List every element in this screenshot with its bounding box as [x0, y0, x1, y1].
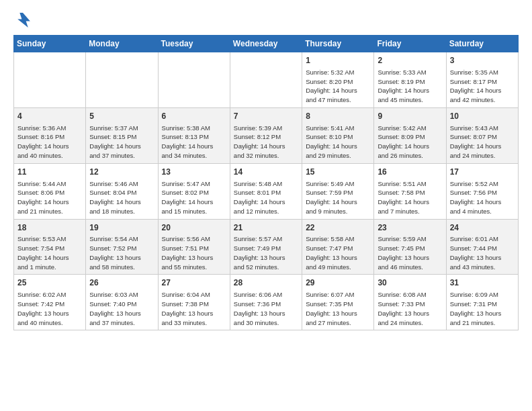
- calendar-cell: 3Sunrise: 5:35 AM Sunset: 8:17 PM Daylig…: [446, 52, 518, 108]
- calendar-cell: 21Sunrise: 5:57 AM Sunset: 7:49 PM Dayli…: [230, 219, 302, 275]
- calendar-cell: 28Sunrise: 6:06 AM Sunset: 7:36 PM Dayli…: [230, 275, 302, 330]
- calendar-cell: 23Sunrise: 5:59 AM Sunset: 7:45 PM Dayli…: [374, 219, 446, 275]
- day-info: Sunrise: 5:58 AM Sunset: 7:47 PM Dayligh…: [306, 234, 370, 271]
- day-number: 23: [378, 222, 442, 234]
- day-number: 11: [17, 167, 82, 178]
- day-number: 4: [17, 111, 82, 122]
- day-info: Sunrise: 5:52 AM Sunset: 7:56 PM Dayligh…: [450, 179, 515, 216]
- day-info: Sunrise: 5:57 AM Sunset: 7:49 PM Dayligh…: [234, 234, 298, 271]
- day-number: 9: [378, 111, 442, 122]
- day-info: Sunrise: 5:43 AM Sunset: 8:07 PM Dayligh…: [450, 124, 515, 161]
- calendar-cell: 11Sunrise: 5:44 AM Sunset: 8:06 PM Dayli…: [14, 163, 86, 219]
- calendar-cell: 4Sunrise: 5:36 AM Sunset: 8:16 PM Daylig…: [14, 107, 86, 163]
- day-info: Sunrise: 5:44 AM Sunset: 8:06 PM Dayligh…: [17, 179, 82, 216]
- day-number: 27: [162, 277, 226, 289]
- calendar-cell: 2Sunrise: 5:33 AM Sunset: 8:19 PM Daylig…: [374, 52, 446, 108]
- day-number: 6: [162, 111, 226, 122]
- day-info: Sunrise: 5:48 AM Sunset: 8:01 PM Dayligh…: [234, 179, 298, 216]
- week-row-2: 4Sunrise: 5:36 AM Sunset: 8:16 PM Daylig…: [14, 107, 519, 163]
- day-info: Sunrise: 6:04 AM Sunset: 7:38 PM Dayligh…: [162, 290, 226, 327]
- calendar-cell: 5Sunrise: 5:37 AM Sunset: 8:15 PM Daylig…: [86, 107, 158, 163]
- day-info: Sunrise: 6:09 AM Sunset: 7:31 PM Dayligh…: [450, 290, 515, 327]
- day-number: 7: [234, 111, 298, 122]
- day-number: 18: [17, 222, 82, 234]
- day-info: Sunrise: 5:35 AM Sunset: 8:17 PM Dayligh…: [450, 68, 515, 105]
- day-info: Sunrise: 5:39 AM Sunset: 8:12 PM Dayligh…: [234, 124, 298, 161]
- page: SundayMondayTuesdayWednesdayThursdayFrid…: [0, 0, 532, 341]
- weekday-header-sunday: Sunday: [14, 36, 86, 52]
- calendar-cell: [14, 52, 86, 108]
- day-info: Sunrise: 5:38 AM Sunset: 8:13 PM Dayligh…: [162, 124, 226, 161]
- calendar-cell: 24Sunrise: 6:01 AM Sunset: 7:44 PM Dayli…: [446, 219, 518, 275]
- day-info: Sunrise: 5:54 AM Sunset: 7:52 PM Dayligh…: [89, 234, 154, 271]
- day-info: Sunrise: 5:47 AM Sunset: 8:02 PM Dayligh…: [162, 179, 226, 216]
- calendar-cell: 30Sunrise: 6:08 AM Sunset: 7:33 PM Dayli…: [374, 275, 446, 330]
- day-info: Sunrise: 5:49 AM Sunset: 7:59 PM Dayligh…: [306, 179, 370, 216]
- day-number: 1: [306, 55, 370, 66]
- day-number: 19: [89, 222, 154, 234]
- day-number: 31: [450, 277, 515, 289]
- weekday-header-friday: Friday: [374, 36, 446, 52]
- calendar-cell: 13Sunrise: 5:47 AM Sunset: 8:02 PM Dayli…: [158, 163, 230, 219]
- day-number: 8: [306, 111, 370, 122]
- weekday-header-wednesday: Wednesday: [230, 36, 302, 52]
- day-number: 20: [162, 222, 226, 234]
- weekday-header-monday: Monday: [86, 36, 158, 52]
- logo-icon: [13, 11, 32, 30]
- calendar-cell: 9Sunrise: 5:42 AM Sunset: 8:09 PM Daylig…: [374, 107, 446, 163]
- calendar-cell: 15Sunrise: 5:49 AM Sunset: 7:59 PM Dayli…: [302, 163, 374, 219]
- day-info: Sunrise: 6:02 AM Sunset: 7:42 PM Dayligh…: [17, 290, 82, 327]
- weekday-header-saturday: Saturday: [446, 36, 518, 52]
- weekday-header-row: SundayMondayTuesdayWednesdayThursdayFrid…: [14, 36, 519, 52]
- calendar-cell: [86, 52, 158, 108]
- day-number: 10: [450, 111, 515, 122]
- calendar-cell: 26Sunrise: 6:03 AM Sunset: 7:40 PM Dayli…: [86, 275, 158, 330]
- day-info: Sunrise: 5:33 AM Sunset: 8:19 PM Dayligh…: [378, 68, 442, 105]
- calendar-cell: 22Sunrise: 5:58 AM Sunset: 7:47 PM Dayli…: [302, 219, 374, 275]
- day-info: Sunrise: 6:06 AM Sunset: 7:36 PM Dayligh…: [234, 290, 298, 327]
- calendar-cell: 6Sunrise: 5:38 AM Sunset: 8:13 PM Daylig…: [158, 107, 230, 163]
- day-info: Sunrise: 5:32 AM Sunset: 8:20 PM Dayligh…: [306, 68, 370, 105]
- calendar-cell: 16Sunrise: 5:51 AM Sunset: 7:58 PM Dayli…: [374, 163, 446, 219]
- calendar-cell: 1Sunrise: 5:32 AM Sunset: 8:20 PM Daylig…: [302, 52, 374, 108]
- day-info: Sunrise: 5:51 AM Sunset: 7:58 PM Dayligh…: [378, 179, 442, 216]
- day-number: 21: [234, 222, 298, 234]
- week-row-1: 1Sunrise: 5:32 AM Sunset: 8:20 PM Daylig…: [14, 52, 519, 108]
- day-info: Sunrise: 5:56 AM Sunset: 7:51 PM Dayligh…: [162, 234, 226, 271]
- calendar-cell: 20Sunrise: 5:56 AM Sunset: 7:51 PM Dayli…: [158, 219, 230, 275]
- calendar-cell: 14Sunrise: 5:48 AM Sunset: 8:01 PM Dayli…: [230, 163, 302, 219]
- logo: [13, 11, 35, 30]
- calendar-cell: 25Sunrise: 6:02 AM Sunset: 7:42 PM Dayli…: [14, 275, 86, 330]
- week-row-3: 11Sunrise: 5:44 AM Sunset: 8:06 PM Dayli…: [14, 163, 519, 219]
- day-number: 24: [450, 222, 515, 234]
- svg-marker-0: [17, 13, 30, 28]
- day-info: Sunrise: 5:59 AM Sunset: 7:45 PM Dayligh…: [378, 234, 442, 271]
- day-number: 26: [89, 277, 154, 289]
- calendar-cell: 27Sunrise: 6:04 AM Sunset: 7:38 PM Dayli…: [158, 275, 230, 330]
- calendar-cell: 7Sunrise: 5:39 AM Sunset: 8:12 PM Daylig…: [230, 107, 302, 163]
- day-number: 29: [306, 277, 370, 289]
- day-number: 25: [17, 277, 82, 289]
- calendar-cell: 31Sunrise: 6:09 AM Sunset: 7:31 PM Dayli…: [446, 275, 518, 330]
- calendar-cell: 19Sunrise: 5:54 AM Sunset: 7:52 PM Dayli…: [86, 219, 158, 275]
- day-number: 17: [450, 167, 515, 178]
- weekday-header-thursday: Thursday: [302, 36, 374, 52]
- day-number: 14: [234, 167, 298, 178]
- calendar-cell: 18Sunrise: 5:53 AM Sunset: 7:54 PM Dayli…: [14, 219, 86, 275]
- day-number: 2: [378, 55, 442, 66]
- calendar-cell: 29Sunrise: 6:07 AM Sunset: 7:35 PM Dayli…: [302, 275, 374, 330]
- day-number: 13: [162, 167, 226, 178]
- calendar-cell: 17Sunrise: 5:52 AM Sunset: 7:56 PM Dayli…: [446, 163, 518, 219]
- day-info: Sunrise: 6:08 AM Sunset: 7:33 PM Dayligh…: [378, 290, 442, 327]
- day-info: Sunrise: 5:42 AM Sunset: 8:09 PM Dayligh…: [378, 124, 442, 161]
- day-number: 22: [306, 222, 370, 234]
- calendar-table: SundayMondayTuesdayWednesdayThursdayFrid…: [13, 35, 519, 330]
- calendar-cell: 10Sunrise: 5:43 AM Sunset: 8:07 PM Dayli…: [446, 107, 518, 163]
- day-info: Sunrise: 6:03 AM Sunset: 7:40 PM Dayligh…: [89, 290, 154, 327]
- day-info: Sunrise: 5:41 AM Sunset: 8:10 PM Dayligh…: [306, 124, 370, 161]
- calendar-cell: [158, 52, 230, 108]
- calendar-cell: 12Sunrise: 5:46 AM Sunset: 8:04 PM Dayli…: [86, 163, 158, 219]
- week-row-4: 18Sunrise: 5:53 AM Sunset: 7:54 PM Dayli…: [14, 219, 519, 275]
- day-number: 28: [234, 277, 298, 289]
- day-info: Sunrise: 6:07 AM Sunset: 7:35 PM Dayligh…: [306, 290, 370, 327]
